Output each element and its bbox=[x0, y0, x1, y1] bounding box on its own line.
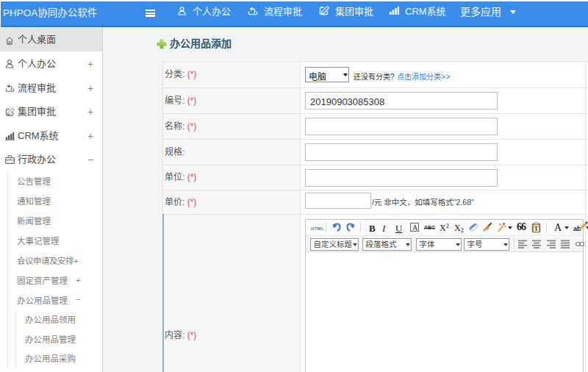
svg-text:T: T bbox=[534, 226, 539, 232]
